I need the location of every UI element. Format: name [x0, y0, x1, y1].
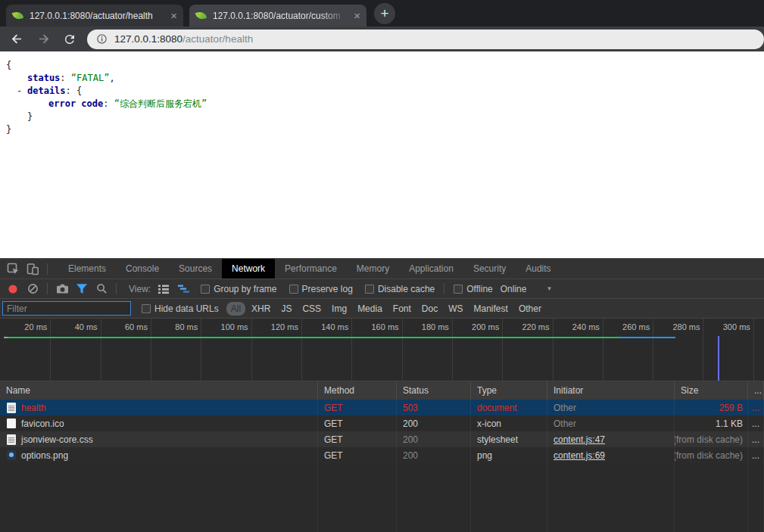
request-name: health — [0, 400, 318, 415]
filter-pill-css[interactable]: CSS — [298, 302, 326, 316]
column-header-initiator[interactable]: Initiator — [547, 381, 675, 400]
request-status: 503 — [397, 400, 471, 415]
empty-column — [0, 463, 318, 532]
column-header-[interactable]: ... — [748, 381, 764, 400]
devtools-tab-sources[interactable]: Sources — [169, 259, 222, 278]
filter-pill-font[interactable]: Font — [388, 302, 416, 316]
request-name-text: health — [21, 403, 46, 413]
devtools-tab-memory[interactable]: Memory — [347, 259, 399, 278]
divider — [444, 283, 444, 294]
table-row-favicon.ico[interactable]: favicon.icoGET200x-iconOther1.1 KB... — [0, 415, 764, 431]
info-icon[interactable] — [96, 33, 108, 45]
offline-label: Offline — [466, 284, 492, 294]
browser-toolbar: 127.0.0.1:8080/actuator/health — [0, 26, 764, 51]
column-header-method[interactable]: Method — [318, 381, 397, 400]
request-size: (from disk cache) — [675, 431, 748, 447]
group-by-frame-checkbox[interactable] — [201, 285, 210, 294]
column-header-size[interactable]: Size — [675, 381, 748, 400]
throttling-select[interactable]: Online — [500, 284, 527, 294]
filter-pill-xhr[interactable]: XHR — [247, 302, 275, 316]
offline-checkbox[interactable] — [454, 285, 463, 294]
disable-cache-checkbox[interactable] — [365, 285, 374, 294]
column-header-type[interactable]: Type — [471, 381, 547, 400]
waterfall-overview-icon[interactable] — [173, 280, 193, 298]
timeline-tick-label: 40 ms — [54, 322, 98, 331]
network-table-empty-area — [0, 463, 764, 532]
column-header-name[interactable]: Name — [0, 381, 318, 400]
request-initiator[interactable]: content.js:69 — [547, 447, 675, 463]
filter-pill-img[interactable]: Img — [327, 302, 351, 316]
devtools-tab-application[interactable]: Application — [399, 259, 463, 278]
json-token: : — [60, 73, 70, 83]
request-name: favicon.ico — [0, 415, 318, 431]
devtools-tab-elements[interactable]: Elements — [58, 259, 116, 278]
network-overview-timeline[interactable]: 20 ms40 ms60 ms80 ms100 ms120 ms140 ms16… — [0, 319, 764, 381]
divider — [47, 283, 48, 294]
hide-data-urls-checkbox[interactable] — [142, 304, 151, 313]
record-icon[interactable] — [3, 280, 23, 298]
timeline-tick-label: 180 ms — [405, 322, 449, 331]
timeline-tick-label: 280 ms — [656, 322, 700, 331]
devtools-tab-console[interactable]: Console — [116, 259, 169, 278]
inspect-element-icon[interactable] — [3, 260, 23, 278]
spring-leaf-favicon — [195, 10, 207, 21]
json-viewer: {status: “FATAL”,-details: {error code: … — [0, 59, 764, 136]
tab-close-icon[interactable]: × — [170, 10, 177, 21]
column-header-status[interactable]: Status — [397, 381, 471, 400]
json-token: } — [6, 124, 11, 135]
collapse-marker[interactable]: - — [17, 85, 22, 98]
devtools-tab-network[interactable]: Network — [222, 259, 275, 278]
devtools-tab-audits[interactable]: Audits — [516, 259, 560, 278]
timeline-gridline — [101, 319, 101, 381]
url-host: 127.0.0.1:8080 — [114, 33, 182, 45]
empty-column — [471, 463, 547, 532]
table-row-jsonview-core.css[interactable]: jsonview-core.cssGET200stylesheetcontent… — [0, 431, 764, 447]
filter-funnel-icon[interactable] — [72, 280, 92, 298]
devtools-tab-security[interactable]: Security — [463, 259, 516, 278]
request-name-text: options.png — [21, 450, 68, 461]
request-status: 200 — [397, 431, 471, 447]
filter-pill-js[interactable]: JS — [276, 302, 296, 316]
preserve-log-checkbox[interactable] — [289, 285, 298, 294]
list-view-icon[interactable] — [154, 280, 173, 298]
request-waterfall: ... — [748, 431, 764, 447]
filter-input[interactable] — [2, 301, 131, 316]
address-bar[interactable]: 127.0.0.1:8080/actuator/health — [87, 30, 764, 49]
filter-pill-manifest[interactable]: Manifest — [469, 302, 513, 316]
clear-icon[interactable] — [23, 280, 42, 298]
timeline-tick-label: 260 ms — [606, 322, 650, 331]
request-waterfall: ... — [748, 415, 764, 431]
device-toolbar-icon[interactable] — [23, 260, 42, 278]
timeline-gridline — [703, 319, 703, 381]
browser-tab-health[interactable]: 127.0.0.1:8080/actuator/health × — [6, 5, 183, 26]
filter-pill-all[interactable]: All — [226, 302, 245, 316]
request-type: stylesheet — [471, 431, 547, 447]
timeline-gridline — [301, 319, 302, 381]
image-preview-icon — [7, 450, 16, 460]
filter-pill-ws[interactable]: WS — [444, 302, 467, 316]
new-tab-button[interactable]: + — [374, 3, 395, 24]
request-name-text: favicon.ico — [21, 418, 64, 429]
request-waterfall: ... — [748, 400, 764, 415]
request-method: GET — [318, 431, 397, 447]
table-row-options.png[interactable]: options.pngGET200pngcontent.js:69(from d… — [0, 447, 764, 463]
forward-icon[interactable] — [34, 30, 52, 48]
filter-pill-other[interactable]: Other — [514, 302, 546, 316]
screenshot-icon[interactable] — [52, 280, 72, 298]
divider — [116, 283, 117, 294]
devtools-tab-performance[interactable]: Performance — [275, 259, 347, 278]
reload-icon[interactable] — [61, 30, 79, 48]
timeline-tick-label: 300 ms — [706, 322, 750, 331]
request-size: (from disk cache) — [675, 447, 748, 463]
chevron-down-icon[interactable]: ▼ — [546, 285, 552, 292]
search-icon[interactable] — [92, 280, 111, 298]
page-content: {status: “FATAL”,-details: {error code: … — [0, 51, 764, 258]
filter-pill-doc[interactable]: Doc — [417, 302, 442, 316]
tab-close-icon[interactable]: × — [354, 10, 360, 21]
timeline-gridline — [402, 319, 403, 381]
request-initiator[interactable]: content.js:47 — [547, 431, 675, 447]
table-row-health[interactable]: healthGET503documentOther259 B... — [0, 400, 764, 415]
browser-tab-custom[interactable]: 127.0.0.1:8080/actuator/custom × — [189, 5, 366, 26]
filter-pill-media[interactable]: Media — [353, 302, 387, 316]
back-icon[interactable] — [8, 30, 26, 48]
